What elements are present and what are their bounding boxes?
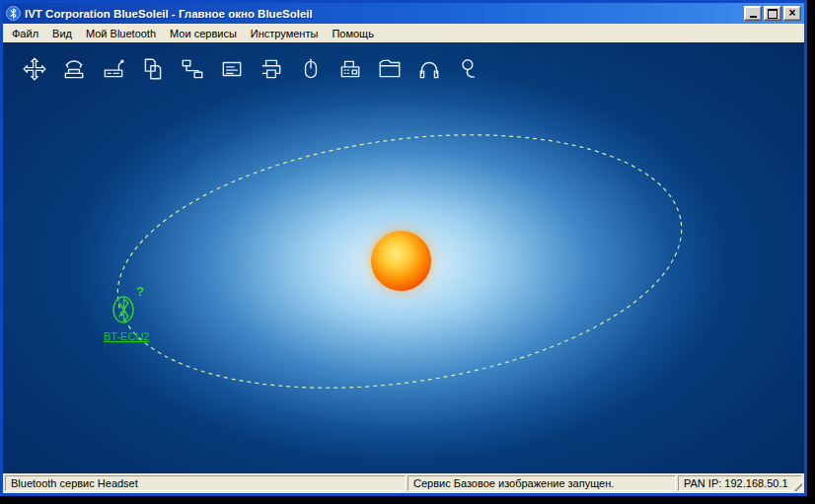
device-question-mark: ? [136,284,144,299]
maximize-icon [768,9,778,19]
minimize-icon [750,16,757,18]
menu-help[interactable]: Помощь [325,26,381,41]
network-icon[interactable] [179,55,206,83]
pan-icon[interactable] [21,55,48,83]
main-view: ? BT-ECU2 [3,42,804,473]
sun-center-device[interactable] [371,231,431,291]
menu-view[interactable]: Вид [45,26,79,41]
close-icon: × [788,8,795,19]
close-button[interactable]: × [783,6,801,21]
desktop: IVT Corporation BlueSoleil - Главное окн… [0,0,815,504]
bluesoleil-window: IVT Corporation BlueSoleil - Главное окн… [0,0,807,496]
status-bar: Bluetooth сервис Headset Сервис Базовое … [3,473,804,493]
status-panel-message: Сервис Базовое изображение запущен. [408,475,676,491]
menu-tools[interactable]: Инструменты [244,26,326,41]
maximize-button[interactable] [764,6,781,21]
status-panel-pan-ip: PAN IP: 192.168.50.1 [678,475,802,491]
file-transfer-icon[interactable] [139,55,167,83]
sync-icon[interactable] [218,55,246,83]
status-panel-service: Bluetooth сервис Headset [5,475,406,491]
menu-bar: Файл Вид Мой Bluetooth Мои сервисы Инстр… [3,24,804,42]
ftp-icon[interactable] [376,55,404,83]
headset-icon[interactable] [415,55,443,83]
minimize-button[interactable] [744,6,762,21]
bluetooth-app-icon [6,6,21,21]
menu-my-services[interactable]: Мои сервисы [163,26,244,41]
dialup-icon[interactable] [60,55,88,83]
mouse-icon[interactable] [297,55,325,83]
device-label[interactable]: BT-ECU2 [104,330,179,342]
service-toolbar [21,55,482,83]
menu-my-bluetooth[interactable]: Мой Bluetooth [79,26,163,41]
title-bar[interactable]: IVT Corporation BlueSoleil - Главное окн… [3,3,804,24]
bluetooth-device-icon: ? [110,291,139,328]
menu-file[interactable]: Файл [5,26,45,41]
window-controls: × [744,6,801,21]
microphone-icon[interactable] [455,55,482,83]
fax-icon[interactable] [336,55,364,83]
remote-device-bt-ecu2[interactable]: ? BT-ECU2 [110,291,179,342]
modem-icon[interactable] [100,55,127,83]
printer-icon[interactable] [258,55,285,83]
window-title: IVT Corporation BlueSoleil - Главное окн… [25,8,740,20]
